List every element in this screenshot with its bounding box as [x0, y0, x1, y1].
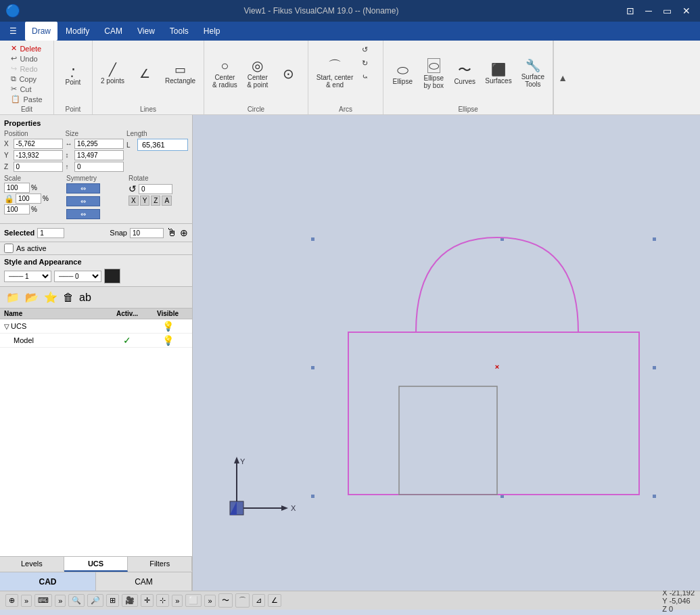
surfaces-button[interactable]: ⬛ Surfaces — [481, 43, 515, 104]
status-obj-btn[interactable]: ⬜ — [185, 594, 202, 607]
status-cursor-btn[interactable]: ⊕ — [5, 594, 18, 607]
mouse-icon: 🖱 — [166, 227, 177, 239]
x-input[interactable] — [14, 139, 63, 149]
undo-button[interactable]: ↩ Undo — [7, 53, 46, 64]
center-radius-icon: ○ — [220, 59, 229, 72]
layer-add-btn[interactable]: 📂 — [23, 289, 41, 306]
ellipse-button[interactable]: ⬭ Ellipse — [388, 43, 417, 104]
redo-button[interactable]: ↪ Redo — [7, 64, 46, 74]
layer-text-btn[interactable]: ab — [77, 289, 93, 306]
arc-ccw-button[interactable]: ↻ — [358, 57, 379, 70]
rot-value-input[interactable] — [139, 184, 172, 194]
status-expand4-btn[interactable]: » — [204, 595, 215, 607]
maximize-button[interactable]: ▭ — [659, 4, 676, 18]
line-style-select[interactable]: ─── 0 - - 1 .. 2 — [54, 271, 101, 282]
size-d-input[interactable] — [74, 162, 124, 172]
ellipse-by-box-button[interactable]: ⬭ Ellipseby box — [419, 43, 448, 104]
arc-cw-button[interactable]: ↺ — [358, 43, 379, 56]
status-axis-btn[interactable]: ⊹ — [156, 594, 169, 607]
close-button[interactable]: ✕ — [678, 4, 695, 18]
status-bend-btn[interactable]: 〜 — [218, 593, 233, 608]
scale-z-row: % — [4, 204, 64, 214]
curves-button[interactable]: 〜 Curves — [450, 43, 480, 104]
arc-3rd-button[interactable]: ⤿ — [358, 70, 379, 83]
angled-button[interactable]: ∠ — [130, 43, 160, 104]
status-arc-btn[interactable]: ⌒ — [235, 593, 250, 608]
app-icon: 🔵 — [5, 3, 20, 18]
status-fit-btn[interactable]: ⊞ — [106, 594, 119, 607]
status-expand2-btn[interactable]: » — [55, 595, 66, 607]
canvas-area[interactable]: × Y X — [193, 115, 700, 591]
sym-z-btn[interactable]: ⇔ — [66, 209, 100, 219]
minimize-button[interactable]: ─ — [641, 4, 656, 18]
layer-star-btn[interactable]: ⭐ — [42, 289, 60, 306]
rectangle-button[interactable]: ▭ Rectangle — [161, 43, 200, 104]
rot-z-btn[interactable]: Z — [151, 196, 160, 206]
tab-ucs[interactable]: UCS — [64, 557, 129, 572]
svg-rect-1 — [311, 237, 314, 241]
tab-levels[interactable]: Levels — [0, 557, 64, 572]
status-expand3-btn[interactable]: » — [172, 595, 183, 607]
size-w-input[interactable] — [74, 139, 124, 149]
copy-button[interactable]: ⧉ Copy — [7, 74, 46, 84]
cut-button[interactable]: ✂ Cut — [7, 84, 46, 94]
scale-y-input[interactable] — [16, 193, 41, 204]
size-h-input[interactable] — [74, 150, 124, 160]
status-angle-btn[interactable]: ∠ — [268, 594, 281, 607]
center-radius-button[interactable]: ○ Center& radius — [208, 43, 241, 104]
cam-tab[interactable]: CAM — [96, 572, 192, 591]
menu-tools[interactable]: Tools — [163, 22, 195, 41]
rot-y-btn[interactable]: Y — [140, 196, 150, 206]
paste-button[interactable]: 📋 Paste — [7, 94, 46, 104]
line-width-select[interactable]: ─── 1 ── 2 ─ 3 — [4, 271, 51, 282]
status-measure-btn[interactable]: ⊿ — [252, 594, 265, 607]
status-expand-btn[interactable]: » — [21, 595, 32, 607]
z-input[interactable] — [14, 162, 63, 172]
menu-help[interactable]: Help — [197, 22, 227, 41]
y-input[interactable] — [14, 150, 63, 160]
ribbon-collapse-button[interactable]: ▲ — [553, 41, 571, 114]
scale-x-input[interactable] — [4, 183, 30, 193]
layer-folder-btn[interactable]: 📁 — [4, 289, 22, 306]
3points-button[interactable]: ⊙ — [274, 43, 304, 104]
surface-tools-button[interactable]: 🔧 SurfaceTools — [517, 43, 549, 104]
layer-model-row[interactable]: Model ✓ 💡 — [0, 334, 192, 348]
ellipse-icon: ⬭ — [397, 63, 409, 76]
svg-rect-0 — [193, 143, 700, 563]
color-swatch[interactable] — [104, 269, 120, 283]
arc-ccw-icon: ↻ — [362, 59, 368, 68]
layer-delete-btn[interactable]: 🗑 — [61, 289, 76, 306]
status-camera-btn[interactable]: 🎥 — [122, 594, 138, 607]
scale-z-input[interactable] — [4, 204, 30, 214]
point-button[interactable]: ·̣ Point — [58, 43, 88, 104]
ucs-expand-icon[interactable]: ▽ — [4, 323, 9, 330]
selected-input[interactable] — [37, 228, 64, 238]
2points-button[interactable]: ╱ 2 points — [97, 43, 129, 104]
delete-button[interactable]: ✕ Delete — [7, 43, 46, 53]
layer-ucs-row[interactable]: ▽ UCS 💡 — [0, 319, 192, 334]
status-zoom2-btn[interactable]: 🔎 — [87, 594, 103, 607]
sym-x-btn[interactable]: ⇔ — [66, 183, 100, 193]
arcs-buttons: ⌒ Start, center& end ↺ ↻ ⤿ — [312, 43, 379, 104]
rot-x-btn[interactable]: X — [129, 196, 139, 206]
status-zoom-btn[interactable]: 🔍 — [68, 594, 85, 607]
menu-draw[interactable]: Draw — [25, 22, 57, 41]
start-center-end-button[interactable]: ⌒ Start, center& end — [312, 43, 357, 104]
menu-cam[interactable]: CAM — [97, 22, 129, 41]
hamburger-menu[interactable]: ☰ — [3, 24, 24, 38]
snap-input[interactable] — [130, 228, 164, 238]
status-kbd-btn[interactable]: ⌨ — [34, 594, 52, 607]
rot-a-btn[interactable]: A — [162, 196, 172, 206]
menu-view[interactable]: View — [131, 22, 162, 41]
model-layer-name: Model — [14, 336, 107, 344]
sym-y-btn[interactable]: ⇔ — [66, 196, 100, 206]
center-point-button[interactable]: ◎ Center& point — [243, 43, 273, 104]
status-move-btn[interactable]: ✛ — [141, 594, 154, 607]
as-active-checkbox[interactable] — [4, 244, 14, 253]
cad-tab[interactable]: CAD — [0, 572, 96, 591]
length-input[interactable] — [137, 139, 188, 151]
menu-modify[interactable]: Modify — [59, 22, 96, 41]
svg-rect-5 — [653, 366, 656, 369]
tab-filters[interactable]: Filters — [128, 557, 192, 572]
restore-button[interactable]: ⊡ — [622, 4, 638, 18]
